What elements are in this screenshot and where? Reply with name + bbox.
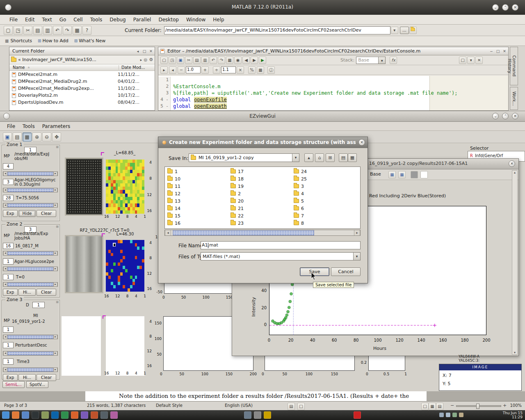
monitor-icon[interactable] [100,411,108,419]
cell-value-2[interactable]: 1.1 [221,66,236,73]
dock-panel-icon[interactable] [142,48,147,54]
increase-value-button[interactable] [201,66,209,74]
maximize-button[interactable] [502,113,509,119]
breadcrumb-expand-icon[interactable] [140,58,142,62]
word-count[interactable]: 215 words, 1,387 characters [87,403,146,408]
folder-item[interactable]: 4 [294,190,355,197]
firefox-icon[interactable] [12,411,19,419]
up-one-level-button[interactable] [304,153,313,162]
code-editor[interactable]: 1234 -5 - %EstartConsole.m %[file,path] … [158,76,508,110]
paste-icon[interactable]: ▥ [43,26,52,35]
info-icon[interactable] [267,66,275,74]
back-icon[interactable]: ◀ [242,57,250,64]
up-folder-icon[interactable] [409,27,417,34]
close-editor-icon[interactable] [502,48,507,54]
folder-item[interactable]: 21 [231,205,292,212]
calculator-icon[interactable] [254,411,261,419]
pan-icon[interactable]: ✥ [52,132,61,142]
menu-item[interactable]: File [3,122,19,130]
zone2-plate-image[interactable] [65,235,103,293]
chevron-down-icon[interactable] [292,154,299,162]
search-icon[interactable] [144,57,147,62]
folder-item[interactable]: 12 [167,190,229,197]
minimize-button[interactable] [492,113,499,119]
minimize-editor-icon[interactable] [488,48,494,54]
select-region-icon[interactable]: ▦ [23,132,32,142]
menu-item[interactable]: Go [56,16,70,24]
file-name-input[interactable]: A1.mat [201,241,361,249]
zone2-clear-button[interactable]: Clear [37,289,56,296]
zoom-in-icon[interactable]: ⊕ [32,132,41,142]
collapse-panel-icon[interactable] [135,48,141,54]
folder-list-scrollbar[interactable] [164,230,361,236]
redo-icon[interactable]: ↷ [218,57,225,64]
cut-icon[interactable]: ✂ [185,57,192,64]
minimize-button[interactable] [492,4,499,11]
file-row[interactable]: DpertsUploadDev.m 08/04/2... [9,99,155,106]
tab-command-history[interactable]: Command History [510,47,518,85]
file-row[interactable]: DMPexcel2mat.m 11/11/2... [9,71,155,78]
writer-page[interactable]: Note the addition to the experiment fold… [85,391,427,401]
find-icon[interactable]: ◉ [234,57,242,64]
maximize-button[interactable] [502,4,509,11]
zone3-slider-2[interactable] [3,351,58,356]
folder-item[interactable]: 16 [167,219,229,227]
folder-item[interactable]: 17 [231,168,292,175]
gear-icon[interactable] [149,57,153,62]
save-icon[interactable]: ▣ [177,57,184,64]
table-view-icon[interactable] [388,171,396,178]
folder-item[interactable]: 5 [294,197,355,205]
simulink-icon[interactable]: ▦ [73,26,82,35]
app-menu-icon[interactable] [2,411,9,419]
single-page-view-icon[interactable] [421,403,429,410]
document-modified-icon[interactable] [297,403,305,410]
zone1-grip-icon[interactable] [55,145,59,150]
editor-header[interactable]: Editor – /media/data/EASY/InovImager_jwr… [158,47,508,55]
folder-item[interactable]: 22 [231,212,292,219]
zoom-out-button[interactable] [450,403,454,408]
folder-item[interactable]: 7 [294,212,355,219]
zone3-field1-input[interactable]: 1 [3,326,14,333]
ezviewgui-titlebar[interactable]: EZviewGui [0,111,525,122]
folder-item[interactable]: 2 [231,190,292,197]
scroll-down-icon[interactable] [512,351,517,354]
folder-item[interactable]: 10 [167,175,229,183]
maximize-editor-icon[interactable] [495,48,501,54]
clock[interactable]: Thu Jun 15 11:29 [494,411,523,419]
close-button[interactable] [512,4,518,11]
copy-icon[interactable]: ▤ [33,26,42,35]
cell-options-icon[interactable] [257,66,264,74]
cell-divider-icon[interactable]: % [248,66,256,74]
desktop-button[interactable] [315,153,324,162]
screenshot-icon[interactable] [244,411,251,419]
file-manager-icon[interactable] [22,411,29,419]
folder-item[interactable]: 3 [294,183,355,190]
cell-value-1[interactable]: 1.0 [186,66,201,73]
writer-icon[interactable] [51,411,59,419]
new-file-icon[interactable]: ▢ [4,26,13,35]
menu-item[interactable]: Desktop [155,16,183,24]
divide-value-button[interactable] [213,66,220,74]
close-button[interactable] [512,113,518,119]
folder-item[interactable]: 23 [231,219,292,227]
name-column-header[interactable]: Name [13,65,25,70]
music-icon[interactable] [110,411,118,419]
multi-page-view-icon[interactable] [429,403,436,410]
matlab-titlebar[interactable]: MATLAB 7.12.0 (R2011a) [0,0,525,15]
zone1-slider-1[interactable] [3,171,58,176]
menu-item[interactable]: Parallel [130,16,155,24]
zone3-field3-input[interactable]: 1 [3,358,14,365]
current-folder-panel-header[interactable]: Current Folder [9,47,155,55]
zone3-grip-icon[interactable] [55,300,59,305]
paragraph-style[interactable]: Default Style [156,403,183,408]
undo-icon[interactable]: ↶ [53,26,62,35]
clipboard-icon[interactable] [459,413,463,417]
image-panel-titlebar[interactable]: IMAGE [439,364,521,370]
zone2-heatmap[interactable] [106,240,144,292]
folder-item[interactable]: 25 [294,175,355,183]
grid-view-icon[interactable] [398,171,406,178]
zone3-image-b[interactable] [106,316,144,376]
run-icon[interactable]: ▶ [259,57,266,64]
open-file-icon[interactable]: ◳ [14,26,23,35]
new-script-icon[interactable]: ▢ [160,57,168,64]
